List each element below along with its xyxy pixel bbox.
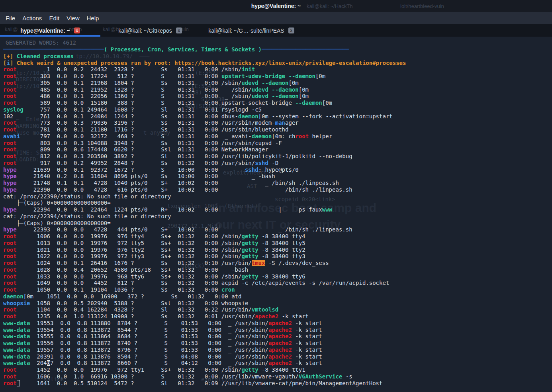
terminal-line: hype 21748 0.1 0.1 4728 1040 pts/0 S+ 10… [3, 180, 406, 186]
menu-bar: FileActionsEditViewHelp [0, 12, 552, 24]
menu-item-file[interactable]: File [2, 13, 19, 23]
terminal-line: root 485 0.0 0.1 21952 1328 ? S 01:31 0:… [3, 86, 406, 93]
terminal-line: avahi 797 0.0 0.0 32172 468 ? S 01:31 0:… [3, 133, 406, 140]
terminal-line: root 1452 0.0 0.0 19976 972 tty1 Ss+ 01:… [3, 367, 406, 373]
tab-3[interactable]: kali@kali: ~/G…-suite/linPEASx [200, 24, 303, 37]
terminal-line: root 1021 0.0 0.0 19976 976 tty2 Ss+ 01:… [3, 247, 406, 253]
menu-item-help[interactable]: Help [83, 13, 102, 23]
terminal-line: www-data 20407 0.0 0.8 113872 8660 ? S 0… [3, 360, 406, 367]
terminal-line: root 1049 0.0 0.0 4452 812 ? Ss 01:32 0:… [3, 280, 406, 286]
terminal-line: root 809 0.0 0.6 174448 6620 ? Ssl 01:31… [3, 146, 406, 153]
terminal-line: ├─(Caps) 0×0000000000000000= [3, 200, 406, 206]
terminal-line: hype 22393 0.0 0.0 4728 444 pts/0 S+ 10:… [3, 226, 406, 233]
terminal-line: [+] Cleaned processes [3, 53, 406, 60]
terminal-line: ══════════════════════════════( Processe… [3, 46, 406, 53]
menu-item-edit[interactable]: Edit [45, 13, 63, 23]
terminal-line: root 773 0.0 0.3 79036 3196 ? Ss 01:31 0… [3, 120, 406, 126]
tab-label: hype@Valentine: ~ [20, 27, 70, 34]
menu-item-actions[interactable]: Actions [19, 13, 45, 23]
terminal-line: root 1050 0.0 0.1 19104 1036 ? Ss 01:32 … [3, 286, 406, 293]
terminal-line: www-data 19556 0.0 0.8 113872 8740 ? S 0… [3, 340, 406, 347]
terminal-line: www-data 20391 0.0 0.8 113876 8504 ? S 0… [3, 353, 406, 360]
terminal-line: root 305 0.0 0.1 21968 1804 ? Ss 01:31 0… [3, 80, 406, 86]
menu-item-view[interactable]: View [63, 13, 83, 23]
window-title: hype@Valentine: ~ [0, 3, 552, 9]
tab-label: kali@kali: ~/G…-suite/linPEAS [208, 27, 284, 34]
terminal-line: root 1033 0.0 0.0 19976 968 tty6 Ss+ 01:… [3, 273, 406, 280]
terminal-line: root 1235 0.0 1.0 113124 10908 ? Ss 01:3… [3, 313, 406, 320]
terminal-line: root 803 0.0 0.3 104088 3948 ? Ss 01:31 … [3, 140, 406, 147]
terminal-line: root 917 0.0 0.2 49952 2848 ? Ss 01:32 0… [3, 160, 406, 167]
terminal-line: root 1028 0.0 0.4 20652 4580 pts/18 Ss+ … [3, 267, 406, 273]
terminal-line: root 1 0.0 0.2 24432 2328 ? Ss 01:31 0:0… [3, 66, 406, 73]
terminal-line: ├─(Caps) 0×0000000000000000= [3, 220, 406, 227]
tab-label: kali@kali: ~/GitRepos [118, 27, 172, 34]
terminal-line: cat: /proc/22390/status: No such file or… [3, 193, 406, 200]
terminal-line: cat: /proc/22394/status: No such file or… [3, 213, 406, 220]
terminal-line: www-data 19555 0.0 0.8 113864 8684 ? S 0… [3, 333, 406, 340]
tab-close-icon[interactable]: x [288, 27, 294, 33]
terminal-line: www-data 19557 0.0 0.8 113872 8796 ? S 0… [3, 347, 406, 353]
terminal-line: [i] Check weird & unexpected proceses ru… [3, 60, 406, 67]
terminal-line: hype 22394 0.0 0.1 22464 1224 pts/0 R+ 1… [3, 206, 406, 213]
window-titlebar[interactable]: hype@Valentine: ~ [0, 0, 552, 12]
terminal-line: root 1024 0.0 0.1 26416 1676 ? Ss 01:32 … [3, 260, 406, 267]
terminal-line: root 1006 0.0 0.0 19976 976 tty4 Ss+ 01:… [3, 233, 406, 240]
terminal-line: root 303 0.0 0.0 17224 512 ? S 01:31 0:0… [3, 73, 406, 80]
terminal-line: root 1022 0.0 0.0 19976 972 tty3 Ss+ 01:… [3, 253, 406, 260]
tab-2[interactable]: kali@kali: ~/GitReposx [100, 24, 200, 37]
terminal-line: whoopsie 1058 0.0 0.5 202940 5388 ? Ssl … [3, 300, 406, 307]
terminal-line: hype 21640 0.2 0.8 31604 8696 pts/0 Ss 1… [3, 173, 406, 180]
terminal-line: daemon[0m 1051 0.0 0.0 16900 372 ? Ss 01… [3, 293, 406, 300]
active-tab-indicator [0, 35, 100, 37]
tab-close-icon[interactable]: x [74, 27, 80, 33]
tab-close-icon[interactable]: x [176, 27, 182, 33]
terminal-line: root 781 0.0 0.1 21180 1716 ? Ss 01:31 0… [3, 126, 406, 133]
terminal-line: root 812 0.0 0.3 203500 3892 ? Sl 01:31 … [3, 153, 406, 160]
terminal-line: root 589 0.0 0.0 15180 388 ? S 01:31 0:0… [3, 100, 406, 106]
terminal-line: hype 22390 0.0 0.0 4728 616 pts/0 S+ 10:… [3, 186, 406, 193]
terminal-lines: ══════════════════════════════( Processe… [3, 46, 406, 386]
terminal-line: root 1104 0.0 0.4 162284 4328 ? Sl 01:32… [3, 306, 406, 313]
terminal-line: root 1013 0.0 0.0 19976 972 tty5 Ss+ 01:… [3, 240, 406, 247]
terminal-line: 102 761 0.0 0.1 24084 1244 ? Ss 01:31 0:… [3, 113, 406, 120]
terminal-output-area[interactable]: ══════════════════════════════( Processe… [0, 37, 552, 392]
terminal-line: root 1641 0.0 0.5 510124 5472 ? Sl 01:32… [3, 380, 406, 387]
terminal-line: root 1606 0.0 1.0 66916 10300 ? S 01:32 … [3, 373, 406, 380]
terminal-line: root 486 0.0 0.1 22056 1360 ? S 01:31 0:… [3, 93, 406, 100]
terminal-line: syslog 757 0.0 0.1 249464 1608 ? Sl 01:3… [3, 106, 406, 113]
terminal-line: www-data 19554 0.0 0.8 113872 8544 ? S 0… [3, 327, 406, 333]
terminal-line: www-data 19553 0.0 0.8 113880 8784 ? S 0… [3, 320, 406, 327]
terminal-line: hype 21639 0.0 0.1 92372 1672 ? S 10:00 … [3, 167, 406, 173]
